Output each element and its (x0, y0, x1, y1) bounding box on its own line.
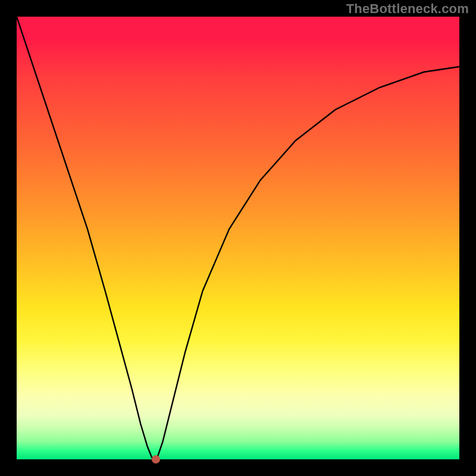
plot-area (17, 17, 459, 459)
watermark-text: TheBottleneck.com (346, 1, 469, 17)
chart-container: TheBottleneck.com (0, 0, 476, 476)
bottleneck-curve (17, 17, 459, 459)
bottleneck-marker (152, 455, 160, 464)
